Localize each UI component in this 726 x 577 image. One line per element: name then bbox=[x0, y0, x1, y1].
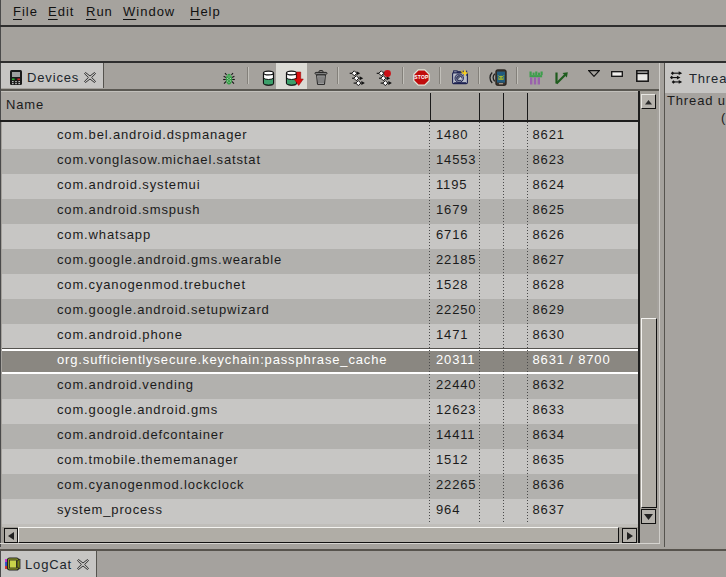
svg-text:STOP: STOP bbox=[414, 74, 429, 80]
